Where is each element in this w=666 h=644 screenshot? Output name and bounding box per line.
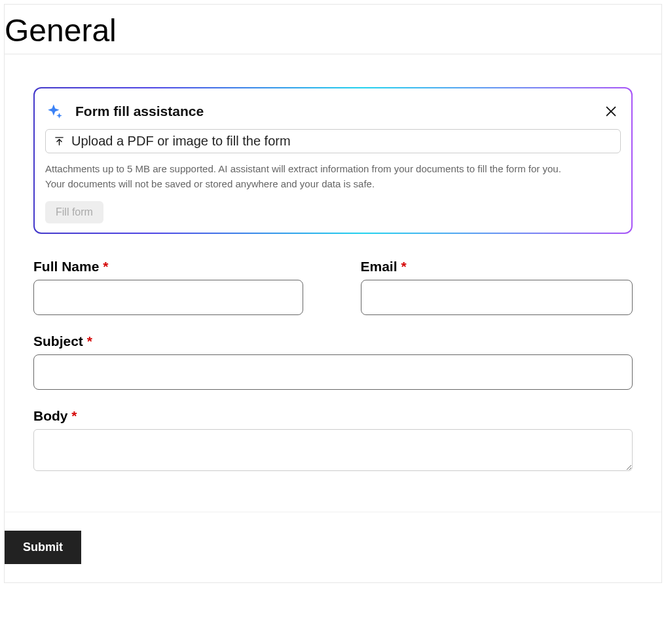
form-group-body: Body * <box>33 408 633 474</box>
required-marker: * <box>87 333 92 349</box>
form-row-name-email: Full Name * Email * <box>33 259 633 315</box>
body-label: Body * <box>33 408 633 424</box>
submit-button[interactable]: Submit <box>5 531 81 564</box>
assist-help-text: Attachments up to 5 MB are supported. AI… <box>45 161 621 192</box>
form-row-body: Body * <box>33 408 633 474</box>
fill-form-button[interactable]: Fill form <box>45 201 103 223</box>
upload-box[interactable]: Upload a PDF or image to fill the form <box>45 129 621 153</box>
upload-icon <box>54 136 65 147</box>
form-group-subject: Subject * <box>33 333 633 390</box>
required-marker: * <box>401 259 406 274</box>
form-row-subject: Subject * <box>33 333 633 390</box>
assist-header-left: Form fill assistance <box>46 103 204 120</box>
assist-header: Form fill assistance <box>45 103 621 120</box>
required-marker: * <box>71 408 77 423</box>
assist-help-line1: Attachments up to 5 MB are supported. AI… <box>45 161 621 176</box>
body-label-text: Body <box>33 408 68 423</box>
close-button[interactable] <box>602 103 620 120</box>
body-textarea[interactable] <box>33 429 633 471</box>
email-input[interactable] <box>361 280 633 315</box>
email-label: Email * <box>361 259 633 275</box>
subject-label-text: Subject <box>33 333 83 349</box>
email-label-text: Email <box>361 259 398 274</box>
form-footer: Submit <box>5 512 661 582</box>
assist-help-line2: Your documents will not be saved or stor… <box>45 176 621 191</box>
close-icon <box>604 104 618 119</box>
full-name-label: Full Name * <box>33 259 306 275</box>
full-name-input[interactable] <box>33 280 303 315</box>
full-name-label-text: Full Name <box>33 259 99 274</box>
subject-label: Subject * <box>33 333 633 349</box>
form-group-full-name: Full Name * <box>33 259 306 315</box>
page-title: General <box>5 5 661 54</box>
assist-title: Form fill assistance <box>75 104 204 119</box>
upload-label: Upload a PDF or image to fill the form <box>71 134 291 149</box>
content-area: Form fill assistance <box>5 54 661 512</box>
page-container: General Form fill assistance <box>4 4 662 583</box>
subject-input[interactable] <box>33 354 633 390</box>
form-fill-assistance-card: Form fill assistance <box>33 87 633 234</box>
form-group-email: Email * <box>361 259 633 315</box>
sparkles-icon <box>46 103 64 120</box>
required-marker: * <box>103 259 108 274</box>
